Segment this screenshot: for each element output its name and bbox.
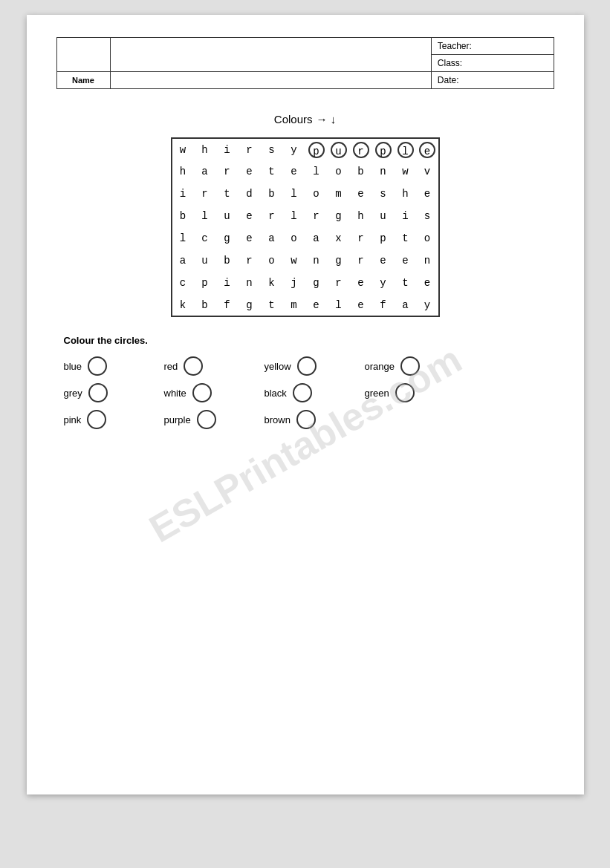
- grid-cell: l: [395, 138, 417, 160]
- grid-cell: r: [239, 249, 261, 272]
- grid-cell: g: [216, 227, 239, 249]
- grid-cell: y: [417, 294, 439, 316]
- grid-cell: r: [328, 272, 350, 294]
- grid-cell: h: [350, 205, 372, 227]
- colour-item: red: [164, 356, 265, 376]
- grid-cell: g: [305, 272, 328, 294]
- grid-cell: e: [305, 294, 328, 316]
- grid-cell: b: [194, 294, 216, 316]
- grid-cell: w: [395, 160, 417, 183]
- grid-cell: s: [372, 183, 395, 205]
- grid-cell: t: [395, 272, 417, 294]
- grid-cell: o: [417, 227, 439, 249]
- grid-cell: e: [350, 272, 372, 294]
- grid-cell: r: [350, 249, 372, 272]
- teacher-label: Teacher:: [431, 38, 554, 55]
- worksheet-page: ESLPrintables.com Teacher: Class: Name D…: [27, 15, 584, 794]
- grid-cell: o: [283, 227, 305, 249]
- grid-cell: w: [283, 249, 305, 272]
- colour-item: purple: [164, 410, 265, 429]
- wordsearch-container: whirsypurpleharetelobnwvirtdblomesheblue…: [56, 137, 554, 317]
- grid-cell: m: [283, 294, 305, 316]
- grid-cell: y: [372, 272, 395, 294]
- grid-cell: i: [172, 183, 194, 205]
- grid-cell: d: [239, 183, 261, 205]
- colour-circle: [192, 383, 212, 402]
- grid-cell: l: [283, 183, 305, 205]
- colour-circle: [184, 356, 203, 376]
- grid-cell: e: [372, 249, 395, 272]
- grid-cell: u: [216, 205, 239, 227]
- grid-cell: o: [261, 249, 283, 272]
- grid-cell: e: [239, 227, 261, 249]
- grid-cell: g: [328, 249, 350, 272]
- grid-cell: l: [172, 227, 194, 249]
- colours-grid: blueredyelloworangegreywhiteblackgreenpi…: [64, 356, 465, 429]
- grid-cell: f: [216, 294, 239, 316]
- class-label: Class:: [431, 55, 554, 72]
- grid-cell: r: [239, 138, 261, 160]
- grid-cell: e: [417, 138, 439, 160]
- grid-cell: j: [283, 272, 305, 294]
- grid-cell: y: [283, 138, 305, 160]
- colour-item: black: [265, 383, 365, 402]
- grid-cell: g: [239, 294, 261, 316]
- colour-item: green: [365, 383, 465, 402]
- colour-label: purple: [164, 414, 191, 425]
- grid-cell: a: [194, 160, 216, 183]
- grid-cell: t: [261, 294, 283, 316]
- grid-cell: e: [417, 183, 439, 205]
- grid-cell: f: [372, 294, 395, 316]
- colour-label: brown: [265, 414, 291, 425]
- colour-label: yellow: [265, 361, 291, 372]
- grid-cell: n: [372, 160, 395, 183]
- grid-cell: p: [372, 138, 395, 160]
- colour-circle: [297, 356, 317, 376]
- colour-item: yellow: [265, 356, 365, 376]
- name-label: Name: [56, 72, 110, 89]
- grid-cell: p: [194, 272, 216, 294]
- date-label: Date:: [431, 72, 554, 89]
- colour-item: blue: [64, 356, 164, 376]
- grid-cell: n: [305, 249, 328, 272]
- grid-cell: h: [395, 183, 417, 205]
- grid-cell: n: [417, 249, 439, 272]
- grid-cell: o: [328, 160, 350, 183]
- grid-cell: r: [350, 138, 372, 160]
- header-table: Teacher: Class: Name Date:: [56, 37, 554, 89]
- colour-circle: [87, 410, 106, 429]
- grid-cell: i: [395, 205, 417, 227]
- grid-cell: a: [261, 227, 283, 249]
- colour-circle: [88, 356, 107, 376]
- grid-cell: a: [305, 227, 328, 249]
- grid-cell: a: [172, 249, 194, 272]
- colour-circle: [197, 410, 216, 429]
- instruction-text: Colour the circles.: [64, 335, 554, 346]
- grid-cell: v: [417, 160, 439, 183]
- colour-circle: [88, 383, 108, 402]
- grid-cell: u: [372, 205, 395, 227]
- colour-label: orange: [365, 361, 395, 372]
- grid-cell: k: [261, 272, 283, 294]
- colour-item: pink: [64, 410, 164, 429]
- grid-cell: u: [328, 138, 350, 160]
- grid-cell: r: [350, 227, 372, 249]
- grid-cell: o: [305, 183, 328, 205]
- colour-label: white: [164, 388, 186, 399]
- grid-cell: t: [216, 183, 239, 205]
- grid-cell: e: [350, 183, 372, 205]
- colour-item: grey: [64, 383, 164, 402]
- grid-cell: l: [328, 294, 350, 316]
- colour-label: red: [164, 361, 178, 372]
- grid-cell: a: [395, 294, 417, 316]
- grid-cell: e: [395, 249, 417, 272]
- grid-cell: g: [328, 205, 350, 227]
- grid-cell: s: [261, 138, 283, 160]
- grid-cell: m: [328, 183, 350, 205]
- grid-cell: t: [261, 160, 283, 183]
- grid-cell: r: [194, 183, 216, 205]
- colour-circle: [400, 356, 420, 376]
- colour-item: brown: [265, 410, 365, 429]
- grid-cell: e: [283, 160, 305, 183]
- colour-item: white: [164, 383, 265, 402]
